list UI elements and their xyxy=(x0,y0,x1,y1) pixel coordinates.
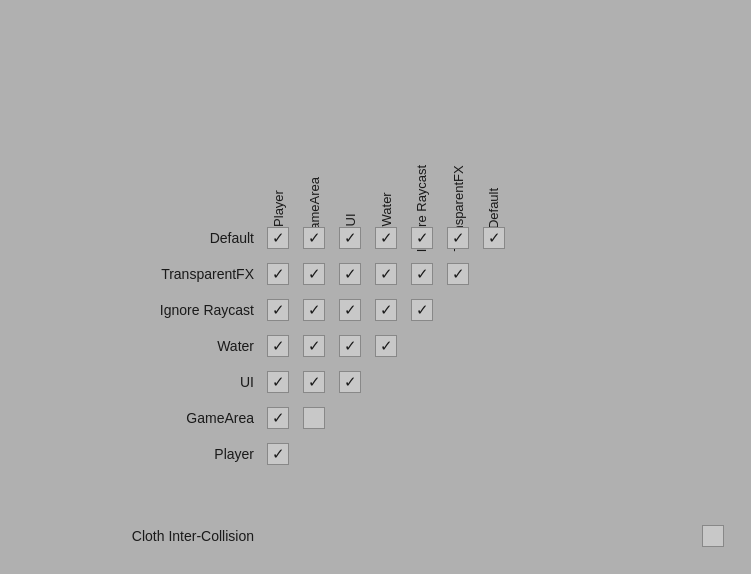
cell-4-2 xyxy=(332,364,368,400)
checkbox-2-0[interactable] xyxy=(267,299,289,321)
bottom-row-label: Cloth Inter-Collision xyxy=(0,528,260,544)
checkbox-5-1[interactable] xyxy=(303,407,325,429)
cell-0-5 xyxy=(440,220,476,256)
checkbox-3-0[interactable] xyxy=(267,335,289,357)
checkbox-0-6[interactable] xyxy=(483,227,505,249)
col-header-ui: UI xyxy=(332,20,368,220)
cell-4-0 xyxy=(260,364,296,400)
checkbox-1-1[interactable] xyxy=(303,263,325,285)
checkbox-1-2[interactable] xyxy=(339,263,361,285)
cell-1-0 xyxy=(260,256,296,292)
matrix-row-6: Player xyxy=(0,436,751,472)
cell-2-2 xyxy=(332,292,368,328)
cell-4-1 xyxy=(296,364,332,400)
matrix-container: PlayerGameAreaUIWaterIgnore RaycastTrans… xyxy=(0,20,751,574)
checkbox-1-4[interactable] xyxy=(411,263,433,285)
col-header-transparent_fx: TransparentFX xyxy=(440,20,476,220)
checkbox-4-0[interactable] xyxy=(267,371,289,393)
checkbox-0-4[interactable] xyxy=(411,227,433,249)
cell-2-1 xyxy=(296,292,332,328)
col-header-water: Water xyxy=(368,20,404,220)
cell-3-1 xyxy=(296,328,332,364)
column-headers: PlayerGameAreaUIWaterIgnore RaycastTrans… xyxy=(260,20,512,220)
cell-1-4 xyxy=(404,256,440,292)
cell-5-0 xyxy=(260,400,296,436)
matrix-row-1: TransparentFX xyxy=(0,256,751,292)
cell-3-0 xyxy=(260,328,296,364)
checkbox-0-3[interactable] xyxy=(375,227,397,249)
col-header-player: Player xyxy=(260,20,296,220)
cell-2-3 xyxy=(368,292,404,328)
cell-1-1 xyxy=(296,256,332,292)
row-label-5: GameArea xyxy=(0,410,260,426)
row-label-1: TransparentFX xyxy=(0,266,260,282)
cell-3-3 xyxy=(368,328,404,364)
cell-0-2 xyxy=(332,220,368,256)
cell-0-4 xyxy=(404,220,440,256)
row-label-4: UI xyxy=(0,374,260,390)
checkbox-0-2[interactable] xyxy=(339,227,361,249)
cell-0-1 xyxy=(296,220,332,256)
cell-2-4 xyxy=(404,292,440,328)
matrix-row-5: GameArea xyxy=(0,400,751,436)
cell-6-0 xyxy=(260,436,296,472)
checkbox-4-1[interactable] xyxy=(303,371,325,393)
checkbox-2-2[interactable] xyxy=(339,299,361,321)
matrix-row-0: Default xyxy=(0,220,751,256)
checkbox-2-4[interactable] xyxy=(411,299,433,321)
row-label-6: Player xyxy=(0,446,260,462)
checkbox-3-1[interactable] xyxy=(303,335,325,357)
col-header-default: Default xyxy=(476,20,512,220)
cell-1-5 xyxy=(440,256,476,292)
checkbox-6-0[interactable] xyxy=(267,443,289,465)
matrix-row-3: Water xyxy=(0,328,751,364)
checkbox-3-2[interactable] xyxy=(339,335,361,357)
checkbox-4-2[interactable] xyxy=(339,371,361,393)
checkbox-3-3[interactable] xyxy=(375,335,397,357)
cloth-intercollision-checkbox[interactable] xyxy=(702,525,724,547)
matrix-row-4: UI xyxy=(0,364,751,400)
cell-3-2 xyxy=(332,328,368,364)
cell-0-0 xyxy=(260,220,296,256)
row-label-2: Ignore Raycast xyxy=(0,302,260,318)
checkbox-2-3[interactable] xyxy=(375,299,397,321)
cloth-intercollision-checkbox-cell xyxy=(695,518,731,554)
checkbox-1-5[interactable] xyxy=(447,263,469,285)
row-label-0: Default xyxy=(0,230,260,246)
matrix-row-2: Ignore Raycast xyxy=(0,292,751,328)
cell-5-1 xyxy=(296,400,332,436)
bottom-row: Cloth Inter-Collision xyxy=(0,518,751,554)
col-header-ignore_raycast: Ignore Raycast xyxy=(404,20,440,220)
checkbox-5-0[interactable] xyxy=(267,407,289,429)
checkbox-0-0[interactable] xyxy=(267,227,289,249)
checkbox-0-1[interactable] xyxy=(303,227,325,249)
checkbox-1-0[interactable] xyxy=(267,263,289,285)
checkbox-1-3[interactable] xyxy=(375,263,397,285)
cell-1-3 xyxy=(368,256,404,292)
cell-0-6 xyxy=(476,220,512,256)
col-header-gamearea: GameArea xyxy=(296,20,332,220)
cell-1-2 xyxy=(332,256,368,292)
checkbox-2-1[interactable] xyxy=(303,299,325,321)
row-label-3: Water xyxy=(0,338,260,354)
cell-0-3 xyxy=(368,220,404,256)
rows-area: DefaultTransparentFXIgnore RaycastWaterU… xyxy=(0,220,751,472)
cell-2-0 xyxy=(260,292,296,328)
checkbox-0-5[interactable] xyxy=(447,227,469,249)
